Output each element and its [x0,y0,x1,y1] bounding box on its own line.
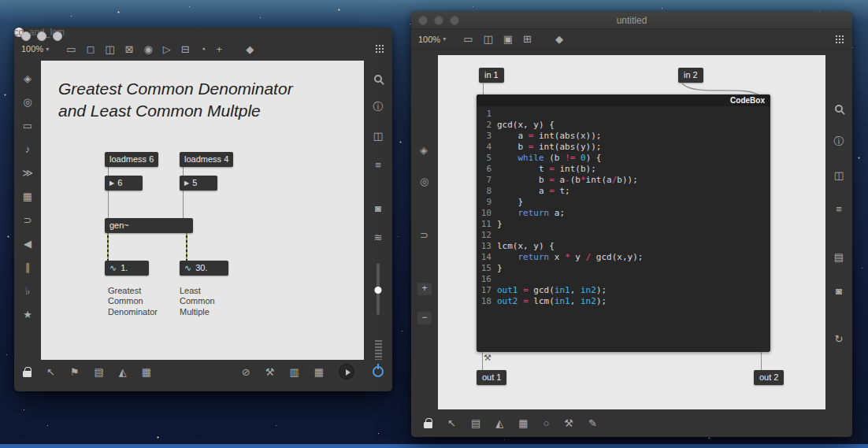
object-box-gen[interactable]: gen~ [105,218,193,233]
snapshot-icon[interactable]: ◙ [836,286,842,296]
maximize-button[interactable] [53,31,62,41]
lock-icon[interactable] [23,371,32,377]
refresh-icon[interactable]: ↻ [835,334,844,344]
paint-bucket-icon[interactable]: ◆ [555,34,563,44]
outlet-box-out2[interactable]: out 2 [754,370,784,385]
note-icon[interactable]: ♪ [25,144,31,154]
info-icon[interactable]: ⓘ [373,102,384,112]
add-button[interactable]: + [417,283,432,295]
screen-icon[interactable]: ▭ [463,34,473,44]
paint-bucket-icon[interactable]: ◆ [246,44,254,54]
target-icon[interactable]: ◎ [420,176,428,187]
number-box-5[interactable]: ▶ 5 [180,176,217,191]
dsp-icon[interactable]: ⊘ [242,367,250,377]
inlet-box-in1[interactable]: in 1 [479,68,504,83]
object-box-loadmess-6[interactable]: loadmess 6 [105,152,158,167]
list-icon[interactable]: ≡ [836,204,842,214]
outlet-box-out1[interactable]: out 1 [477,370,506,385]
lock-icon[interactable] [424,422,432,428]
drawer-icon[interactable]: ▭ [23,120,32,131]
wrench-icon[interactable]: ⚒ [265,367,275,377]
wrench-icon[interactable]: ⚒ [564,418,573,428]
comment-lcm[interactable]: Least Common Multiple [180,286,215,317]
grid-icon[interactable] [374,43,385,54]
pause-icon[interactable]: ∥ [25,262,31,272]
close-button[interactable] [21,31,31,41]
favorites-icon[interactable]: ★ [23,309,32,320]
presentation-icon[interactable]: ⚑ [70,367,80,377]
beap-icon[interactable]: ♭ [25,286,30,296]
audio-icon[interactable]: ◭ [119,367,127,377]
zoom-control[interactable]: 100% ▾ [21,44,49,54]
object-box-icon[interactable]: ▭ [66,44,76,54]
audio-power-button[interactable] [373,366,384,377]
list-icon[interactable]: ≡ [375,160,381,170]
gen-canvas[interactable]: in 1 in 2 CodeBox 12gcd(x, y) {3 a = int… [438,55,825,409]
number-box-6[interactable]: ▶ 6 [105,176,143,191]
loop-icon[interactable]: ○ [543,418,550,428]
titlebar[interactable]: ▤ gen~.gcd_and_lcm [14,28,24,37]
pattr-icon[interactable]: ▣ [503,34,513,44]
play-button[interactable] [339,364,354,380]
playbar-icon[interactable]: ▷ [163,44,171,54]
number-box-icon[interactable]: ⊟ [181,44,190,54]
float-box-gcd-result[interactable]: ∿ 1. [105,261,149,276]
keyboard-icon[interactable]: ▥ [289,367,299,377]
comment-icon[interactable]: ◫ [483,34,492,44]
grid-icon[interactable]: ⊞ [523,34,532,44]
zoom-control[interactable]: 100% ▾ [418,35,446,44]
grid-toggle-icon[interactable]: ▦ [142,367,151,377]
add-object-icon[interactable]: + [217,44,223,54]
wrench-icon[interactable]: ⚒ [484,353,491,363]
speaker-icon[interactable]: ◀ [24,239,32,249]
browser-icon[interactable]: ◫ [834,170,844,180]
pencil-icon[interactable]: ✎ [588,418,597,428]
layers-icon[interactable]: ▤ [471,418,480,428]
patch-cord [108,166,109,176]
search-icon[interactable] [374,75,382,83]
info-icon[interactable]: ⓘ [834,136,844,146]
float-box-lcm-result[interactable]: ∿ 30. [180,261,228,276]
button-icon[interactable]: ◉ [143,44,152,54]
titlebar[interactable]: untitled [411,12,852,29]
code-text: gcd(x, y) { [497,120,555,131]
codebox-object[interactable]: CodeBox 12gcd(x, y) {3 a = int(abs(x));4… [477,94,770,352]
grid-toggle-icon[interactable]: ▦ [518,418,528,428]
sequencer-icon[interactable]: ≫ [22,168,33,178]
snapshot-icon[interactable]: ◙ [375,203,381,213]
minimize-button[interactable] [37,31,46,41]
matrix-icon[interactable]: ▦ [314,367,324,377]
picture-icon[interactable]: ▦ [23,191,32,202]
line-number: 12 [477,230,497,241]
toggle-icon[interactable]: ⊠ [125,44,134,54]
cursor-icon[interactable]: ↖ [447,418,456,428]
grid-icon[interactable] [834,34,845,45]
filter-icon[interactable]: ≋ [374,232,383,243]
close-button[interactable] [418,16,428,25]
minimize-button[interactable] [434,16,443,25]
patcher-canvas[interactable]: Greatest Common Denominator and Least Co… [41,61,364,360]
package-icon[interactable]: ◈ [24,73,32,83]
paperclip-icon[interactable]: ⊃ [420,229,428,241]
slider-knob[interactable] [375,287,382,294]
comment-gcd[interactable]: Greatest Common Denominator [108,286,158,317]
inlet-box-in2[interactable]: in 2 [678,68,703,83]
target-icon[interactable]: ◎ [23,97,32,107]
remove-button[interactable]: − [417,312,432,324]
layers-icon[interactable]: ▤ [95,367,104,377]
audio-icon[interactable]: ◭ [495,418,503,428]
patch-title-comment[interactable]: Greatest Common Denominator and Least Co… [58,78,293,121]
clock-icon[interactable]: ◔ [200,44,206,54]
inspector-icon[interactable]: ▤ [834,252,844,262]
cursor-icon[interactable]: ↖ [46,367,55,377]
maximize-button[interactable] [450,16,459,25]
inspector-icon[interactable]: ◻ [86,44,95,54]
zoom-slider[interactable] [377,263,380,315]
search-icon[interactable] [835,105,843,113]
codebox-editor[interactable]: 12gcd(x, y) {3 a = int(abs(x));4 b = int… [477,106,770,307]
object-box-loadmess-4[interactable]: loadmess 4 [180,152,233,167]
comment-icon[interactable]: ◫ [105,44,114,54]
package-icon[interactable]: ◈ [420,144,428,156]
browser-icon[interactable]: ◫ [373,131,383,141]
paperclip-icon[interactable]: ⊃ [24,215,32,225]
